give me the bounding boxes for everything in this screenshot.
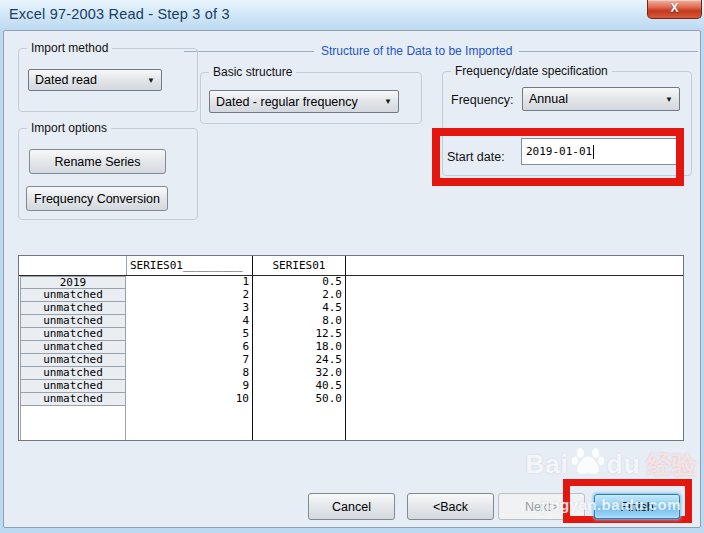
table-header-row: SERIES01_________ SERIES01 xyxy=(19,256,683,276)
import-method-group-label: Import method xyxy=(27,41,112,55)
table-row: 201910.5 xyxy=(19,276,683,289)
row-label-cell[interactable]: unmatched xyxy=(20,393,126,406)
table-row: unmatched618.0 xyxy=(19,341,683,354)
chevron-down-icon: ▼ xyxy=(665,95,673,104)
table-row: unmatched724.5 xyxy=(19,354,683,367)
dialog-window: Excel 97-2003 Read - Step 3 of 3 X Struc… xyxy=(0,0,704,533)
row-obs-cell: 6 xyxy=(126,341,253,354)
import-options-group-label: Import options xyxy=(27,121,111,135)
table-row: unmatched34.5 xyxy=(19,302,683,315)
close-button[interactable]: X xyxy=(647,0,702,19)
header-divider-left xyxy=(184,51,314,52)
cancel-button[interactable]: Cancel xyxy=(308,493,395,520)
row-obs-cell: 10 xyxy=(126,393,253,406)
header-divider-right xyxy=(519,51,698,52)
start-date-label: Start date: xyxy=(447,150,505,164)
obs-column-tail xyxy=(126,406,253,440)
next-button-disabled: Next> xyxy=(498,493,585,520)
preview-table: SERIES01_________ SERIES01 201910.5unmat… xyxy=(18,255,684,441)
frequency-dropdown[interactable]: Annual ▼ xyxy=(522,87,680,111)
table-row: unmatched1050.0 xyxy=(19,393,683,406)
title-bar: Excel 97-2003 Read - Step 3 of 3 X xyxy=(0,0,704,30)
import-method-group: Import method Dated read ▼ xyxy=(18,48,198,112)
section-header-title: Structure of the Data to be Imported xyxy=(314,44,519,58)
finish-button[interactable]: Finish xyxy=(594,494,680,519)
label-column-tail xyxy=(20,406,126,440)
table-row: unmatched22.0 xyxy=(19,289,683,302)
frequency-spec-group-label: Frequency/date specification xyxy=(451,64,612,78)
row-obs-cell: 8 xyxy=(126,367,253,380)
import-method-dropdown[interactable]: Dated read ▼ xyxy=(28,69,162,91)
basic-structure-group: Basic structure Dated - regular frequenc… xyxy=(200,72,422,124)
import-method-dropdown-value: Dated read xyxy=(35,73,97,87)
start-date-value: 2019-01-01 xyxy=(526,145,592,158)
back-button[interactable]: <Back xyxy=(407,493,494,520)
watermark-brand-cn: 经验 xyxy=(647,448,697,481)
table-row: unmatched940.5 xyxy=(19,380,683,393)
basic-structure-dropdown-value: Dated - regular frequency xyxy=(216,95,358,109)
row-obs-cell: 5 xyxy=(126,328,253,341)
frequency-label: Frequency: xyxy=(451,93,514,107)
basic-structure-dropdown[interactable]: Dated - regular frequency ▼ xyxy=(209,90,399,113)
row-obs-cell: 2 xyxy=(126,289,253,302)
frequency-conversion-button[interactable]: Frequency Conversion xyxy=(26,186,168,211)
chevron-down-icon: ▼ xyxy=(147,76,155,85)
table-row: unmatched832.0 xyxy=(19,367,683,380)
rename-series-button[interactable]: Rename Series xyxy=(29,149,166,174)
row-value-cell: 50.0 xyxy=(253,393,346,406)
window-title: Excel 97-2003 Read - Step 3 of 3 xyxy=(9,6,230,22)
header-obs-cell: SERIES01_________ xyxy=(127,256,253,275)
text-cursor xyxy=(593,145,594,159)
header-row-label-cell xyxy=(19,256,127,275)
row-obs-cell: 4 xyxy=(126,315,253,328)
baidu-paw-icon xyxy=(571,443,605,477)
basic-structure-group-label: Basic structure xyxy=(209,65,296,79)
value-column-tail xyxy=(253,406,346,440)
start-date-input[interactable]: 2019-01-01 xyxy=(521,138,677,165)
frequency-dropdown-value: Annual xyxy=(529,92,568,106)
watermark-brand-left: Bai xyxy=(525,449,568,480)
chevron-down-icon: ▼ xyxy=(384,97,392,106)
row-obs-cell: 3 xyxy=(126,302,253,315)
table-row: unmatched512.5 xyxy=(19,328,683,341)
close-icon: X xyxy=(670,1,678,15)
watermark-brand-right: du xyxy=(607,449,641,480)
section-header: Structure of the Data to be Imported xyxy=(184,43,698,59)
import-options-group: Import options Rename Series Frequency C… xyxy=(18,128,198,220)
row-obs-cell: 1 xyxy=(126,276,253,289)
table-body: 201910.5unmatched22.0unmatched34.5unmatc… xyxy=(19,276,683,440)
header-value-cell: SERIES01 xyxy=(253,256,346,275)
row-obs-cell: 9 xyxy=(126,380,253,393)
table-row: unmatched48.0 xyxy=(19,315,683,328)
dialog-content-panel: Structure of the Data to be Imported Imp… xyxy=(3,30,701,528)
row-obs-cell: 7 xyxy=(126,354,253,367)
table-empty-area xyxy=(19,406,683,440)
watermark-brand-row: Bai du 经验 xyxy=(516,441,704,487)
